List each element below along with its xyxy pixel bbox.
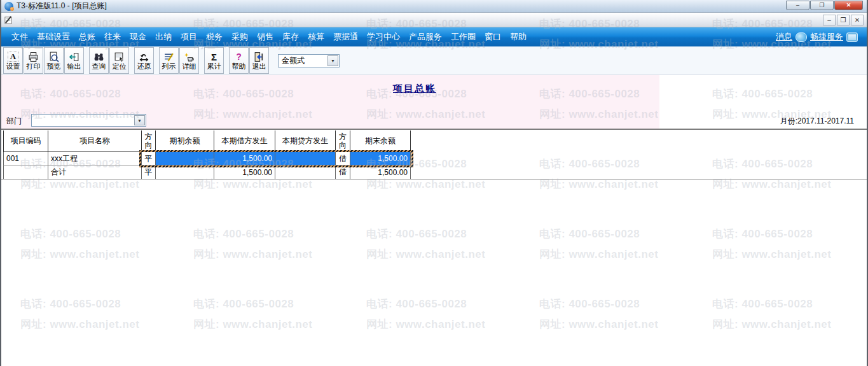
app-logo-icon: [4, 2, 13, 11]
report-area: 项目总账 部门 ▼ 月份:2017.11-2017.11 项目编码 项目名称 方…: [1, 75, 867, 366]
restore-grid-icon: [139, 52, 149, 62]
menu-link-chanjet-service[interactable]: 畅捷服务: [810, 31, 843, 43]
cell-project-name[interactable]: xxx工程: [48, 152, 141, 165]
detail-button[interactable]: 详细: [179, 47, 199, 74]
col-header-debit: 本期借方发生: [214, 130, 275, 151]
cell-direction-1[interactable]: 平: [141, 165, 155, 179]
restore-grid-button[interactable]: 还原: [134, 47, 154, 74]
query-button[interactable]: 查询: [89, 47, 109, 74]
service-monitor-icon[interactable]: [846, 32, 858, 42]
exit-icon: [254, 52, 265, 62]
menu-item-文件[interactable]: 文件: [11, 31, 28, 43]
message-bubble-icon[interactable]: [796, 32, 807, 42]
table-row-total[interactable]: 合计 平 1,500.00 借 1,500.00: [3, 165, 411, 179]
menu-bar: 文件基础设置总账往来现金出纳项目税务采购销售库存核算票据通学习中心产品服务工作圈…: [1, 27, 867, 46]
sum-icon: Σ: [211, 52, 217, 62]
cell-debit[interactable]: 1,500.00: [214, 165, 275, 179]
format-select-value: 金额式: [282, 55, 305, 66]
child-close-button[interactable]: ✕: [851, 15, 864, 25]
help-icon: ?: [236, 52, 242, 62]
cell-begin-balance[interactable]: [155, 165, 214, 179]
department-combo[interactable]: ▼: [31, 114, 146, 127]
cell-direction-1[interactable]: 平: [141, 152, 155, 165]
menu-item-票据通[interactable]: 票据通: [333, 31, 358, 43]
list-button[interactable]: 列示: [159, 47, 179, 74]
cell-direction-2[interactable]: 借: [335, 152, 350, 165]
locate-icon: [114, 52, 125, 62]
child-restore-button[interactable]: ❐: [837, 15, 850, 25]
cell-begin-balance[interactable]: [155, 152, 214, 165]
menu-item-出纳[interactable]: 出纳: [155, 31, 172, 43]
col-header-project-code: 项目编码: [3, 130, 48, 151]
cell-project-code[interactable]: 001: [3, 152, 48, 165]
menu-item-销售[interactable]: 销售: [257, 31, 273, 43]
menu-item-现金[interactable]: 现金: [130, 31, 146, 43]
table-row-selected[interactable]: 001 xxx工程 平 1,500.00 借 1,500.00: [3, 152, 411, 165]
detail-icon: [184, 52, 195, 62]
department-label: 部门: [6, 116, 22, 127]
menu-item-往来[interactable]: 往来: [104, 31, 121, 43]
locate-button[interactable]: 定位: [109, 47, 129, 74]
child-minimize-button[interactable]: –: [823, 15, 836, 25]
mdi-child-bar: – ❐ ✕: [1, 13, 867, 27]
app-window: T3-标准版11.0 - [项目总账] – ❐ ✕ – ❐ ✕ 文件基础设置总账…: [0, 0, 868, 366]
menu-item-总账[interactable]: 总账: [79, 31, 95, 43]
menu-items: 文件基础设置总账往来现金出纳项目税务采购销售库存核算票据通学习中心产品服务工作圈…: [11, 31, 535, 43]
menu-item-工作圈[interactable]: 工作圈: [451, 31, 476, 43]
col-header-credit: 本期贷方发生: [275, 130, 335, 151]
minimize-button[interactable]: –: [786, 1, 809, 10]
col-header-direction-1: 方向: [141, 130, 155, 151]
restore-button[interactable]: ❐: [810, 1, 834, 10]
cell-credit[interactable]: [275, 165, 335, 179]
menu-link-messages[interactable]: 消息: [776, 31, 792, 43]
exit-button[interactable]: 退出: [249, 47, 269, 74]
export-button[interactable]: 输出: [64, 47, 84, 74]
header-divider: [1, 129, 867, 130]
grid-bottom-divider: [1, 179, 867, 179]
cell-direction-2[interactable]: 借: [335, 165, 350, 179]
period-label: 月份:2017.11-2017.11: [780, 116, 854, 127]
col-header-end-balance: 期末余额: [350, 130, 411, 151]
child-window-icon: [4, 15, 13, 25]
cell-debit[interactable]: 1,500.00: [214, 152, 275, 165]
page-title: 项目总账: [1, 83, 828, 95]
preview-icon: [48, 52, 59, 62]
settings-icon: A: [8, 52, 18, 62]
preview-button[interactable]: 预览: [44, 47, 64, 74]
toolbar: A 设置 打印 预览 输出: [1, 46, 867, 75]
menu-item-核算[interactable]: 核算: [308, 31, 324, 43]
export-icon: [69, 52, 79, 62]
query-icon: [93, 52, 104, 62]
menu-item-学习中心[interactable]: 学习中心: [367, 31, 400, 43]
print-button[interactable]: 打印: [24, 47, 43, 74]
list-icon: [163, 52, 174, 62]
chevron-down-icon[interactable]: ▼: [327, 55, 338, 66]
cell-credit[interactable]: [275, 152, 335, 165]
menu-item-基础设置[interactable]: 基础设置: [37, 31, 70, 43]
ledger-grid: 项目编码 项目名称 方向 期初余额 本期借方发生 本期贷方发生 方向 期末余额 …: [3, 130, 411, 179]
cell-end-balance[interactable]: 1,500.00: [350, 152, 411, 165]
col-header-direction-2: 方向: [335, 130, 350, 151]
menu-item-税务[interactable]: 税务: [206, 31, 223, 43]
department-input[interactable]: [32, 115, 134, 126]
settings-button[interactable]: A 设置: [3, 47, 23, 74]
menu-item-窗口[interactable]: 窗口: [485, 31, 501, 43]
col-header-project-name: 项目名称: [48, 130, 141, 151]
menu-item-库存[interactable]: 库存: [282, 31, 299, 43]
cell-end-balance[interactable]: 1,500.00: [350, 165, 411, 179]
window-title: T3-标准版11.0 - [项目总账]: [17, 1, 107, 11]
col-header-begin-balance: 期初余额: [155, 130, 214, 151]
menu-item-采购[interactable]: 采购: [231, 31, 248, 43]
sum-button[interactable]: Σ 累计: [204, 47, 224, 74]
menu-item-帮助[interactable]: 帮助: [510, 31, 527, 43]
cell-project-code[interactable]: [3, 165, 48, 179]
help-button[interactable]: ? 帮助: [229, 47, 249, 74]
cell-project-name[interactable]: 合计: [48, 165, 141, 179]
print-icon: [28, 52, 39, 62]
menu-item-项目[interactable]: 项目: [181, 31, 197, 43]
format-select[interactable]: 金额式 ▼: [278, 54, 340, 67]
close-button[interactable]: ✕: [834, 1, 863, 10]
menu-item-产品服务[interactable]: 产品服务: [409, 31, 442, 43]
chevron-down-icon[interactable]: ▼: [134, 115, 145, 125]
title-bar: T3-标准版11.0 - [项目总账] – ❐ ✕: [1, 0, 867, 13]
